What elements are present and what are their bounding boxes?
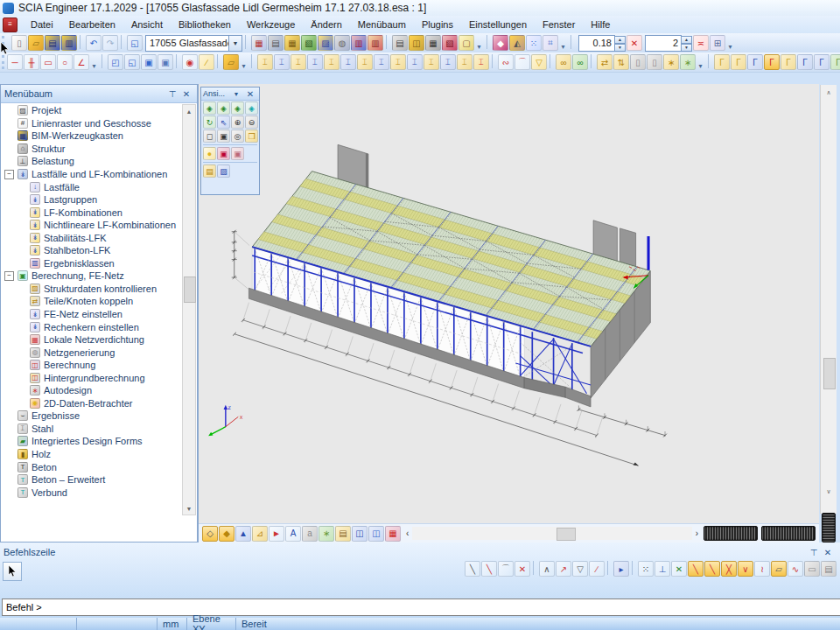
save-icon[interactable]: ▤: [45, 35, 60, 51]
paperspace-icon[interactable]: ▥: [351, 35, 367, 51]
array-icon[interactable]: ▯: [647, 54, 662, 70]
labels-flag-icon[interactable]: ►: [269, 526, 284, 542]
count-spinner-buttons[interactable]: ▲▼: [682, 36, 692, 51]
tree-item-lastfälle[interactable]: ↓Lastfälle: [2, 180, 181, 193]
scroll-right-icon[interactable]: ›: [696, 528, 698, 538]
vertex-point-icon[interactable]: ↗: [556, 561, 571, 577]
mesh-display-icon[interactable]: ▦: [385, 526, 401, 542]
table-composer-icon[interactable]: ▦: [284, 35, 300, 51]
tree-item-bim-werkzeugkasten[interactable]: ▦BIM-Werkzeugkasten: [2, 130, 181, 143]
css-concrete-icon[interactable]: Γ: [797, 54, 813, 70]
rendered-cube-icon[interactable]: ◆: [219, 526, 234, 542]
chevron-down-icon[interactable]: ▼: [229, 88, 243, 101]
viewport-vscrollbar[interactable]: ∧ ∨: [820, 85, 836, 514]
tree-item-autodesign[interactable]: ∗Autodesign: [2, 384, 181, 397]
tree-expand-icon[interactable]: −: [4, 170, 14, 179]
grid-tool-icon[interactable]: ╫: [24, 54, 39, 70]
tree-item-berechnung[interactable]: ◫Berechnung: [2, 359, 181, 372]
command-list-icon[interactable]: ▤: [821, 561, 836, 577]
view-parameters-icon[interactable]: ◭: [509, 35, 525, 51]
copy-view-icon[interactable]: ◰: [108, 54, 123, 70]
zoom-out-icon[interactable]: ⊖: [245, 116, 258, 129]
visibility-eye-icon[interactable]: ◉: [182, 54, 198, 70]
scale-spinner[interactable]: 0.18: [578, 35, 615, 52]
pin-icon[interactable]: ⊤: [165, 88, 179, 101]
scroll-up-icon[interactable]: ∧: [822, 87, 835, 99]
section-book-icon[interactable]: ▤: [335, 526, 351, 542]
tree-item-netzgenerierung[interactable]: ◍Netzgenerierung: [2, 346, 181, 359]
menu-men-baum[interactable]: Menübaum: [350, 17, 414, 32]
overflow-chevron-icon[interactable]: ▾: [558, 35, 568, 51]
menu--ndern[interactable]: Ändern: [303, 17, 349, 32]
tree-scrollbar-thumb[interactable]: [184, 276, 196, 303]
ucs-manager-icon[interactable]: ▨: [217, 164, 230, 178]
delete-segment-icon[interactable]: ✕: [514, 561, 530, 577]
document-icon[interactable]: ▤: [268, 35, 284, 51]
polygon-snap-icon[interactable]: ▱: [771, 561, 787, 577]
css-welded-icon[interactable]: Γ: [731, 54, 746, 70]
modify-icon[interactable]: ∗: [663, 54, 679, 70]
close-icon[interactable]: ✕: [243, 88, 257, 101]
tree-item-holz[interactable]: ▮Holz: [2, 448, 181, 461]
menu-datei[interactable]: Datei: [23, 17, 61, 32]
viewport-hscrollbar[interactable]: [412, 527, 691, 540]
view-photo-icon[interactable]: ▣: [217, 147, 230, 160]
model-3d[interactable]: ZX: [198, 84, 819, 542]
no-redraw-icon[interactable]: ∕: [199, 54, 214, 70]
overflow-chevron-icon[interactable]: ▾: [696, 54, 705, 70]
named-view-icon[interactable]: ◫: [352, 526, 368, 542]
count-spinner[interactable]: 2: [645, 35, 682, 52]
endpoint-snap-icon[interactable]: ╲: [688, 561, 704, 577]
css-rolled-icon[interactable]: Γ: [714, 54, 730, 70]
beam-icon[interactable]: ⌶: [307, 54, 323, 70]
view-z-icon[interactable]: ◈: [231, 102, 244, 115]
css-timber-icon[interactable]: Γ: [780, 54, 796, 70]
tree-item-nichtlineare-lf-kombinationen[interactable]: ↡Nichtlineare LF-Kombinationen: [2, 219, 181, 232]
abs-labels-icon[interactable]: a: [302, 526, 318, 542]
working-plane-icon[interactable]: ▽: [572, 561, 588, 577]
light-bulb-icon[interactable]: ●: [203, 147, 216, 160]
redo-icon[interactable]: ↷: [102, 35, 118, 51]
copy-picture-icon[interactable]: ▨: [318, 35, 333, 51]
css-bridge-icon[interactable]: Γ: [814, 54, 830, 70]
picture-gallery-icon[interactable]: ◍: [334, 35, 350, 51]
tree-item-2d-daten-betrachter[interactable]: ◉2D-Daten-Betrachter: [2, 397, 181, 410]
tree-item-lastfälle-und-lf-kombinationen[interactable]: −↡Lastfälle und LF-Kombinationen: [2, 168, 181, 181]
tree-item-stahl[interactable]: ⌶Stahl: [2, 423, 181, 436]
document-viewer-icon[interactable]: ▢: [458, 35, 474, 51]
vertex-slope-icon[interactable]: ∕: [589, 561, 605, 577]
pin-icon[interactable]: ⊤: [807, 546, 821, 559]
viewport-hscrollbar-thumb[interactable]: [556, 528, 576, 541]
new-document-icon[interactable]: ▯: [11, 35, 27, 51]
connect-members-icon[interactable]: ∾: [498, 54, 514, 70]
export-folder-icon[interactable]: ▱: [223, 54, 239, 70]
rib-icon[interactable]: ⌶: [324, 54, 340, 70]
tree-item-stabilitäts-lfk[interactable]: ↡Stabilitäts-LFK: [2, 231, 181, 244]
draw-line-icon[interactable]: ╲: [465, 561, 480, 577]
angle-tool-icon[interactable]: ∠: [74, 54, 89, 70]
model-data-icon[interactable]: ∗: [318, 526, 334, 542]
menu-einstellungen[interactable]: Einstellungen: [461, 17, 535, 32]
menu-fenster[interactable]: Fenster: [535, 17, 583, 32]
line-tool-icon[interactable]: ─: [7, 54, 23, 70]
open-folder-icon[interactable]: ▱: [28, 35, 44, 51]
selection-cursor-button[interactable]: [3, 562, 22, 581]
axis-cross-icon[interactable]: ⊥: [654, 561, 670, 577]
menu-bearbeiten[interactable]: Bearbeiten: [61, 17, 123, 32]
view-x-icon[interactable]: ◈: [203, 102, 216, 115]
zoom-window-icon[interactable]: ◻: [203, 130, 216, 143]
clipping-box-icon[interactable]: ❒: [245, 130, 258, 143]
status-plane[interactable]: Ebene XY: [187, 618, 236, 630]
tangent-snap-icon[interactable]: ≀: [754, 561, 770, 577]
tree-item-stahlbeton-lfk[interactable]: ↡Stahlbeton-LFK: [2, 244, 181, 257]
wireframe-cube-icon[interactable]: ◇: [202, 526, 218, 542]
hinge-icon[interactable]: ⌒: [514, 54, 530, 70]
view-y-icon[interactable]: ◈: [217, 102, 230, 115]
engineering-report-icon[interactable]: ▦: [251, 35, 267, 51]
volumes-icon[interactable]: ▲: [235, 526, 251, 542]
spin-up-icon[interactable]: ▲: [682, 36, 692, 44]
overflow-chevron-icon[interactable]: ▾: [239, 54, 248, 70]
close-icon[interactable]: ✕: [179, 88, 193, 101]
css-geometric-icon[interactable]: Γ: [764, 54, 780, 70]
circle-tool-icon[interactable]: ○: [57, 54, 73, 70]
